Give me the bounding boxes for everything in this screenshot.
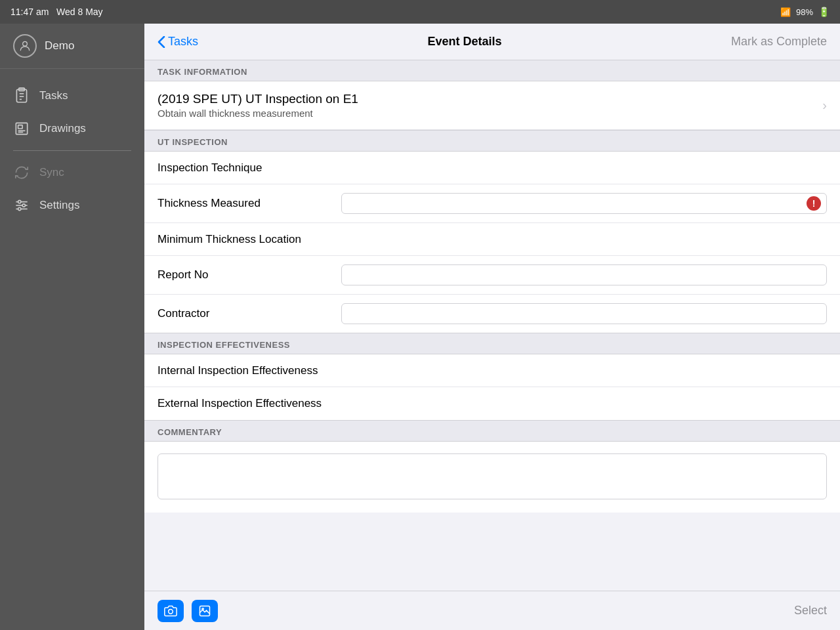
- internal-inspection-effectiveness-row: Internal Inspection Effectiveness: [144, 354, 840, 387]
- ut-inspection-group: Inspection Technique Thickness Measured …: [144, 152, 840, 333]
- settings-icon: [13, 197, 30, 214]
- inspection-effectiveness-group: Internal Inspection Effectiveness Extern…: [144, 354, 840, 420]
- back-button[interactable]: Tasks: [158, 35, 198, 49]
- external-inspection-effectiveness-label: External Inspection Effectiveness: [158, 397, 341, 410]
- task-info-content: (2019 SPE UT) UT Inspection on E1 Obtain…: [158, 92, 822, 119]
- sidebar-item-drawings[interactable]: Drawings: [0, 112, 144, 145]
- sidebar-item-tasks-label: Tasks: [39, 89, 68, 102]
- bottom-toolbar: Select: [144, 591, 840, 630]
- tasks-icon: [13, 87, 30, 104]
- chevron-right-icon: ›: [822, 98, 827, 113]
- svg-text:!: !: [812, 198, 816, 209]
- task-info-section-header: TASK INFORMATION: [144, 60, 840, 81]
- svg-point-15: [18, 207, 21, 210]
- sidebar-nav: Tasks Drawings Sync: [0, 69, 144, 232]
- sidebar-divider: [13, 150, 131, 151]
- inspection-technique-label: Inspection Technique: [158, 161, 341, 175]
- svg-point-0: [23, 41, 28, 46]
- minimum-thickness-location-row: Minimum Thickness Location: [144, 223, 840, 256]
- sidebar: Demo Tasks Drawing: [0, 24, 144, 630]
- thickness-measured-input[interactable]: [341, 193, 827, 214]
- svg-rect-7: [18, 125, 22, 129]
- commentary-group: [144, 442, 840, 513]
- commentary-input-col: [144, 442, 840, 513]
- mark-complete-button[interactable]: Mark as Complete: [731, 35, 827, 49]
- task-subtitle: Obtain wall thickness measurement: [158, 108, 822, 119]
- svg-point-14: [22, 204, 25, 207]
- commentary-input[interactable]: [158, 453, 827, 499]
- svg-point-18: [169, 609, 173, 614]
- sidebar-item-tasks[interactable]: Tasks: [0, 79, 144, 112]
- contractor-label: Contractor: [158, 307, 341, 320]
- ut-inspection-section-header: UT INSPECTION: [144, 130, 840, 152]
- chevron-left-icon: [158, 36, 165, 48]
- exclamation-circle-icon: !: [806, 196, 822, 211]
- sync-icon: [13, 164, 30, 181]
- page-title: Event Details: [427, 35, 501, 49]
- drawings-icon: [13, 120, 30, 137]
- sidebar-item-sync-label: Sync: [39, 166, 64, 179]
- svg-point-13: [18, 200, 21, 203]
- contractor-row: Contractor: [144, 295, 840, 333]
- contractor-input[interactable]: [341, 303, 827, 324]
- thickness-measured-label: Thickness Measured: [158, 197, 341, 210]
- commentary-section-header: COMMENTARY: [144, 420, 840, 442]
- report-no-row: Report No: [144, 256, 840, 295]
- sidebar-item-settings-label: Settings: [39, 199, 79, 212]
- status-date: Wed 8 May: [56, 7, 103, 17]
- sidebar-item-settings[interactable]: Settings: [0, 189, 144, 222]
- sidebar-item-drawings-label: Drawings: [39, 122, 86, 135]
- task-info-group: (2019 SPE UT) UT Inspection on E1 Obtain…: [144, 81, 840, 130]
- select-button[interactable]: Select: [794, 604, 827, 618]
- camera-icon: [163, 604, 178, 618]
- gallery-button[interactable]: [192, 600, 218, 622]
- report-no-input[interactable]: [341, 264, 827, 285]
- sidebar-profile-name: Demo: [45, 39, 74, 52]
- sidebar-profile: Demo: [0, 24, 144, 69]
- thickness-measured-field-wrap: !: [341, 193, 827, 214]
- top-nav: Tasks Event Details Mark as Complete: [144, 24, 840, 60]
- form-scroll: TASK INFORMATION (2019 SPE UT) UT Inspec…: [144, 60, 840, 591]
- gallery-icon: [198, 604, 212, 618]
- inspection-technique-row: Inspection Technique: [144, 152, 840, 184]
- external-inspection-effectiveness-row: External Inspection Effectiveness: [144, 387, 840, 420]
- status-time: 11:47 am: [10, 7, 49, 17]
- task-title: (2019 SPE UT) UT Inspection on E1: [158, 92, 822, 106]
- bottom-icons: [158, 600, 218, 622]
- task-info-row[interactable]: (2019 SPE UT) UT Inspection on E1 Obtain…: [144, 81, 840, 130]
- content-area: Tasks Event Details Mark as Complete TAS…: [144, 24, 840, 630]
- report-no-label: Report No: [158, 268, 341, 282]
- inspection-effectiveness-section-header: INSPECTION EFFECTIVENESS: [144, 333, 840, 354]
- person-icon: [18, 39, 32, 52]
- sidebar-item-sync: Sync: [0, 156, 144, 189]
- back-label: Tasks: [168, 35, 198, 49]
- status-indicators: 📶 98% 🔋: [780, 7, 830, 17]
- battery-icon: 🔋: [818, 7, 830, 17]
- error-icon: !: [806, 196, 822, 211]
- camera-button[interactable]: [158, 600, 184, 622]
- svg-point-20: [202, 608, 204, 610]
- battery-level: 98%: [796, 7, 813, 17]
- internal-inspection-effectiveness-label: Internal Inspection Effectiveness: [158, 364, 341, 377]
- avatar: [13, 34, 37, 58]
- status-time-date: 11:47 am Wed 8 May: [10, 7, 103, 17]
- status-bar: 11:47 am Wed 8 May 📶 98% 🔋: [0, 0, 840, 24]
- wifi-icon: 📶: [780, 7, 791, 17]
- minimum-thickness-location-label: Minimum Thickness Location: [158, 233, 341, 246]
- thickness-measured-row: Thickness Measured !: [144, 184, 840, 223]
